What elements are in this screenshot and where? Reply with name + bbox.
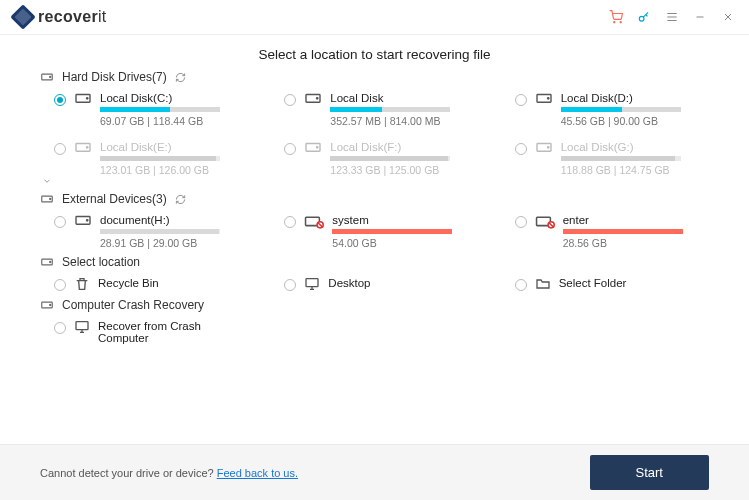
drive-icon: [74, 91, 92, 105]
recycle-bin-icon: [74, 276, 90, 292]
radio-desktop[interactable]: [284, 279, 296, 291]
radio-crash[interactable]: [54, 322, 66, 334]
drive-stats: 123.33 GB | 125.00 GB: [330, 164, 478, 176]
footer-bar: Cannot detect your drive or device? Feed…: [0, 444, 749, 500]
hdd-icon: [40, 70, 54, 84]
drive-name: document(H:): [100, 214, 248, 226]
chevron-down-icon: [40, 176, 54, 186]
svg-point-0: [614, 22, 615, 23]
footer-text: Cannot detect your drive or device? Feed…: [40, 467, 298, 479]
section-ext-label: External Devices(3): [62, 192, 167, 206]
svg-point-2: [639, 16, 644, 21]
loc-item-recycle[interactable]: Recycle Bin: [54, 277, 248, 292]
crash-item-recover[interactable]: Recover from Crash Computer: [54, 320, 248, 344]
refresh-icon[interactable]: [175, 194, 186, 205]
minimize-button[interactable]: [693, 10, 707, 24]
drive-item-g[interactable]: Local Disk(G:) 118.88 GB | 124.75 GB: [515, 141, 709, 176]
expand-hdd[interactable]: [40, 176, 709, 186]
svg-rect-30: [76, 322, 88, 330]
radio-h[interactable]: [54, 216, 66, 228]
radio-folder[interactable]: [515, 279, 527, 291]
close-button[interactable]: [721, 10, 735, 24]
loc-name: Desktop: [328, 277, 478, 289]
crash-name: Recover from Crash Computer: [98, 320, 248, 344]
drive-stats: 28.56 GB: [563, 237, 709, 249]
main-content: Select a location to start recovering fi…: [0, 35, 749, 444]
radio-sys[interactable]: [284, 216, 296, 228]
drive-name: Local Disk: [330, 92, 478, 104]
refresh-icon[interactable]: [175, 72, 186, 83]
svg-rect-27: [306, 279, 318, 287]
drive-item-e[interactable]: Local Disk(E:) 123.01 GB | 126.00 GB: [54, 141, 248, 176]
desktop-icon: [304, 276, 320, 292]
drive-name: Local Disk(C:): [100, 92, 248, 104]
loc-item-folder[interactable]: Select Folder: [515, 277, 709, 292]
svg-point-10: [547, 98, 548, 99]
radio-c[interactable]: [54, 94, 66, 106]
radio-g[interactable]: [515, 143, 527, 155]
radio-ld[interactable]: [284, 94, 296, 106]
hdd-icon: [40, 255, 54, 269]
svg-point-6: [87, 98, 88, 99]
drive-item-localdisk[interactable]: Local Disk 352.57 MB | 814.00 MB: [284, 92, 478, 127]
drive-icon: [304, 140, 322, 154]
drive-stats: 45.56 GB | 90.00 GB: [561, 115, 709, 127]
folder-icon: [535, 276, 551, 292]
svg-point-16: [547, 147, 548, 148]
svg-point-29: [50, 304, 51, 305]
drive-stats: 352.57 MB | 814.00 MB: [330, 115, 478, 127]
start-button[interactable]: Start: [590, 455, 709, 490]
drive-item-d[interactable]: Local Disk(D:) 45.56 GB | 90.00 GB: [515, 92, 709, 127]
logo-text: recoverit: [38, 8, 107, 26]
radio-ent[interactable]: [515, 216, 527, 228]
section-loc-label: Select location: [62, 255, 140, 269]
drive-name: Local Disk(F:): [330, 141, 478, 153]
feedback-link[interactable]: Feed back to us.: [217, 467, 298, 479]
drive-name: enter: [563, 214, 709, 226]
loc-grid: Recycle Bin Desktop Select Folder: [54, 277, 709, 292]
loc-name: Select Folder: [559, 277, 709, 289]
menu-icon[interactable]: [665, 10, 679, 24]
key-icon[interactable]: [637, 10, 651, 24]
radio-recycle[interactable]: [54, 279, 66, 291]
ext-item-system[interactable]: system 54.00 GB: [284, 214, 478, 249]
svg-point-14: [317, 147, 318, 148]
section-hdd-label: Hard Disk Drives(7): [62, 70, 167, 84]
drive-stats: 69.07 GB | 118.44 GB: [100, 115, 248, 127]
radio-f[interactable]: [284, 143, 296, 155]
page-title: Select a location to start recovering fi…: [40, 47, 709, 62]
svg-point-1: [620, 22, 621, 23]
drive-icon: [74, 213, 92, 227]
drive-stats: 118.88 GB | 124.75 GB: [561, 164, 709, 176]
drive-icon: [304, 91, 322, 105]
svg-point-20: [87, 220, 88, 221]
section-hdd-header: Hard Disk Drives(7): [40, 70, 709, 84]
radio-e[interactable]: [54, 143, 66, 155]
drive-blocked-icon: [535, 213, 555, 229]
drive-stats: 28.91 GB | 29.00 GB: [100, 237, 248, 249]
hdd-icon: [40, 192, 54, 206]
drive-stats: 54.00 GB: [332, 237, 478, 249]
svg-point-12: [87, 147, 88, 148]
ext-grid: document(H:) 28.91 GB | 29.00 GB system …: [54, 214, 709, 249]
window-controls: [609, 10, 735, 24]
drive-stats: 123.01 GB | 126.00 GB: [100, 164, 248, 176]
loc-name: Recycle Bin: [98, 277, 248, 289]
ext-item-h[interactable]: document(H:) 28.91 GB | 29.00 GB: [54, 214, 248, 249]
title-bar: recoverit: [0, 0, 749, 35]
cart-icon[interactable]: [609, 10, 623, 24]
drive-icon: [74, 140, 92, 154]
ext-item-enter[interactable]: enter 28.56 GB: [515, 214, 709, 249]
drive-blocked-icon: [304, 213, 324, 229]
loc-item-desktop[interactable]: Desktop: [284, 277, 478, 292]
drive-item-c[interactable]: Local Disk(C:) 69.07 GB | 118.44 GB: [54, 92, 248, 127]
drive-item-f[interactable]: Local Disk(F:) 123.33 GB | 125.00 GB: [284, 141, 478, 176]
drive-name: system: [332, 214, 478, 226]
hdd-grid: Local Disk(C:) 69.07 GB | 118.44 GB Loca…: [54, 92, 709, 176]
radio-d[interactable]: [515, 94, 527, 106]
app-logo: recoverit: [14, 8, 107, 26]
section-crash-header: Computer Crash Recovery: [40, 298, 709, 312]
drive-name: Local Disk(G:): [561, 141, 709, 153]
logo-mark-icon: [10, 4, 35, 29]
section-crash-label: Computer Crash Recovery: [62, 298, 204, 312]
